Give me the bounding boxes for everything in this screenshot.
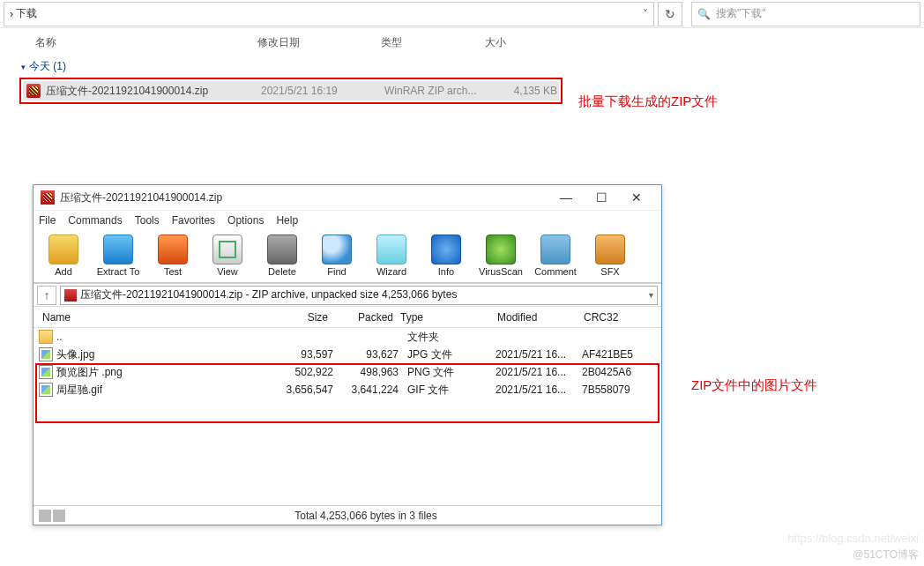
breadcrumb-label: 下载	[16, 6, 37, 21]
tool-test[interactable]: Test	[148, 235, 197, 277]
wcol-type[interactable]: Type	[397, 311, 494, 324]
annotation-box-top: 压缩文件-20211921041900014.zip 2021/5/21 16:…	[19, 78, 563, 104]
tool-add[interactable]: Add	[39, 235, 88, 277]
tool-virusscan[interactable]: VirusScan	[476, 235, 525, 277]
group-label: 今天 (1)	[29, 59, 66, 74]
col-name[interactable]: 名称	[35, 35, 257, 50]
menu-favorites[interactable]: Favorites	[172, 214, 215, 227]
wcol-packed[interactable]: Packed	[332, 311, 397, 324]
up-button[interactable]: ↑	[37, 286, 56, 305]
image-file-icon	[39, 347, 53, 361]
archive-row[interactable]: 预览图片 .png502,922498,963PNG 文件2021/5/21 1…	[34, 363, 661, 381]
maximize-button[interactable]: ☐	[584, 185, 619, 210]
collapse-icon: ▾	[21, 63, 26, 71]
wcol-name[interactable]: Name	[39, 311, 270, 324]
menu-tools[interactable]: Tools	[135, 214, 160, 227]
col-modified[interactable]: 修改日期	[257, 35, 381, 50]
background-url-text: https://blog.csdn.net/weixi	[787, 532, 919, 545]
archive-row[interactable]: 头像.jpg93,59793,627JPG 文件2021/5/21 16...A…	[34, 346, 661, 363]
virusscan-icon	[486, 235, 516, 264]
winrar-file-list[interactable]: ..文件夹头像.jpg93,59793,627JPG 文件2021/5/21 1…	[34, 328, 661, 505]
comment-icon	[540, 235, 570, 264]
winrar-statusbar: Total 4,253,066 bytes in 3 files	[34, 505, 661, 525]
info-icon	[431, 235, 461, 264]
wcol-modified[interactable]: Modified	[494, 311, 580, 324]
image-file-icon	[39, 383, 53, 397]
col-type[interactable]: 类型	[381, 35, 485, 50]
tool-sfx[interactable]: SFX	[585, 235, 635, 277]
winrar-titlebar[interactable]: 压缩文件-20211921041900014.zip — ☐ ✕	[34, 185, 661, 210]
search-input[interactable]: 🔍 搜索"下载"	[691, 2, 920, 26]
file-modified: 2021/5/21 16:19	[261, 85, 384, 97]
tool-extract-to[interactable]: Extract To	[93, 235, 143, 277]
menu-file[interactable]: File	[39, 214, 56, 227]
group-today[interactable]: ▾ 今天 (1)	[0, 56, 924, 78]
col-size[interactable]: 大小	[485, 35, 555, 50]
wcol-crc[interactable]: CRC32	[580, 311, 642, 324]
wizard-icon	[376, 235, 406, 264]
winrar-toolbar: AddExtract ToTestViewDeleteFindWizardInf…	[34, 229, 661, 284]
winrar-app-icon	[41, 190, 55, 205]
search-placeholder: 搜索"下载"	[716, 6, 766, 21]
extract-to-icon	[103, 235, 133, 264]
view-icon	[212, 235, 242, 264]
tool-info[interactable]: Info	[421, 235, 471, 277]
archive-row[interactable]: ..文件夹	[34, 328, 661, 346]
tool-view[interactable]: View	[203, 235, 252, 277]
delete-icon	[267, 235, 297, 264]
tool-delete[interactable]: Delete	[257, 235, 307, 277]
status-text: Total 4,253,066 bytes in 3 files	[71, 510, 661, 522]
winrar-column-headers: Name Size Packed Type Modified CRC32	[34, 307, 661, 328]
explorer-column-headers: 名称 修改日期 类型 大小	[0, 28, 924, 56]
file-name: 压缩文件-20211921041900014.zip	[46, 84, 261, 99]
archive-icon	[64, 289, 77, 302]
menu-help[interactable]: Help	[276, 214, 298, 227]
breadcrumb[interactable]: › 下载 ˅	[4, 2, 654, 26]
wcol-size[interactable]: Size	[270, 311, 332, 324]
image-file-icon	[39, 365, 53, 379]
path-dropdown-icon[interactable]: ▾	[649, 290, 653, 300]
menu-options[interactable]: Options	[227, 214, 264, 227]
folder-icon	[39, 330, 53, 344]
winrar-pathbar: ↑ 压缩文件-20211921041900014.zip - ZIP archi…	[34, 284, 661, 307]
chevron-down-icon[interactable]: ˅	[643, 8, 648, 20]
test-icon	[158, 235, 188, 264]
status-gauge	[34, 510, 71, 522]
winrar-menubar: File Commands Tools Favorites Options He…	[34, 210, 661, 229]
file-type: WinRAR ZIP arch...	[384, 85, 496, 97]
close-button[interactable]: ✕	[619, 185, 654, 210]
refresh-button[interactable]: ↻	[658, 2, 682, 26]
add-icon	[48, 235, 78, 264]
minimize-button[interactable]: —	[548, 185, 584, 210]
tool-find[interactable]: Find	[312, 235, 361, 277]
tool-comment[interactable]: Comment	[531, 235, 580, 277]
find-icon	[322, 235, 352, 264]
path-text: 压缩文件-20211921041900014.zip - ZIP archive…	[80, 287, 457, 302]
menu-commands[interactable]: Commands	[68, 214, 122, 227]
path-box[interactable]: 压缩文件-20211921041900014.zip - ZIP archive…	[60, 286, 658, 305]
file-row[interactable]: 压缩文件-20211921041900014.zip 2021/5/21 16:…	[23, 81, 559, 101]
winrar-title-text: 压缩文件-20211921041900014.zip	[60, 190, 222, 205]
file-size: 4,135 KB	[496, 85, 557, 97]
watermark: @51CTO博客	[853, 547, 919, 562]
annotation-mid: ZIP文件中的图片文件	[691, 377, 817, 394]
zip-icon	[26, 84, 41, 98]
search-icon: 🔍	[697, 8, 711, 20]
archive-row[interactable]: 周星驰.gif3,656,5473,641,224GIF 文件2021/5/21…	[34, 381, 661, 398]
winrar-window: 压缩文件-20211921041900014.zip — ☐ ✕ File Co…	[33, 184, 662, 525]
sfx-icon	[595, 235, 625, 264]
tool-wizard[interactable]: Wizard	[367, 235, 416, 277]
annotation-top: 批量下载生成的ZIP文件	[578, 93, 718, 110]
